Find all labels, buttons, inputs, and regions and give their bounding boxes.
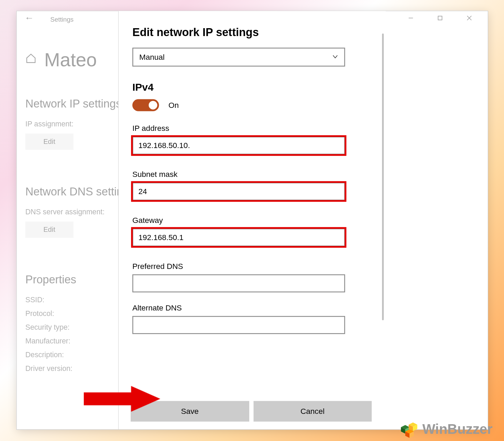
dialog-scrollbar[interactable] — [382, 34, 384, 320]
gateway-label: Gateway — [132, 216, 372, 225]
subnet-mask-label: Subnet mask — [132, 170, 372, 179]
svg-marker-11 — [405, 429, 414, 434]
preferred-dns-label: Preferred DNS — [132, 262, 372, 271]
ip-mode-value: Manual — [139, 53, 165, 61]
settings-window: ← Settings Mateo Network IP settings IP … — [17, 11, 489, 430]
svg-marker-13 — [409, 431, 414, 438]
ip-address-label: IP address — [132, 124, 372, 133]
edit-ip-button[interactable]: Edit — [25, 134, 73, 150]
home-icon — [25, 53, 37, 67]
preferred-dns-input[interactable] — [132, 274, 345, 293]
ipv4-toggle-label: On — [168, 101, 179, 110]
minimize-button[interactable] — [401, 11, 421, 25]
alternate-dns-label: Alternate DNS — [132, 304, 372, 313]
ip-address-input[interactable] — [132, 137, 345, 155]
svg-rect-1 — [438, 16, 442, 20]
maximize-button[interactable] — [430, 11, 450, 25]
save-button[interactable]: Save — [131, 401, 249, 422]
back-button[interactable]: ← — [24, 12, 34, 24]
alternate-dns-input[interactable] — [132, 316, 345, 334]
ipv4-heading: IPv4 — [132, 81, 372, 93]
edit-ip-dialog: Edit network IP settings Manual IPv4 On … — [118, 11, 386, 430]
subnet-mask-input[interactable] — [132, 182, 345, 201]
ipv4-toggle[interactable] — [132, 99, 159, 111]
svg-marker-12 — [405, 431, 409, 438]
title-bar — [401, 11, 488, 25]
cancel-button[interactable]: Cancel — [253, 401, 372, 422]
chevron-down-icon — [332, 53, 338, 61]
close-button[interactable] — [459, 11, 479, 25]
gateway-input[interactable] — [132, 228, 345, 247]
page-title: Mateo — [44, 49, 97, 71]
dialog-title: Edit network IP settings — [132, 26, 372, 39]
edit-dns-button[interactable]: Edit — [25, 222, 73, 238]
ip-mode-select[interactable]: Manual — [132, 48, 345, 67]
app-label: Settings — [50, 15, 74, 22]
